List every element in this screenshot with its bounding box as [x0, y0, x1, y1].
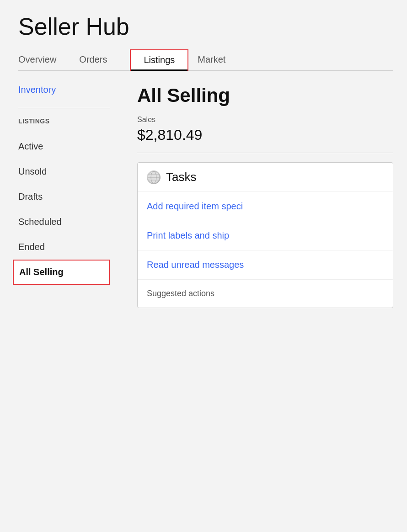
task-item-messages[interactable]: Read unread messages [138, 250, 393, 280]
tasks-header: Tasks [138, 163, 393, 192]
sidebar-item-all-selling[interactable]: All Selling [13, 260, 110, 285]
globe-icon [147, 170, 161, 184]
main-section-title: All Selling [137, 85, 393, 106]
content-area: Inventory LISTINGS Active Unsold Drafts … [18, 85, 393, 308]
sidebar-item-ended[interactable]: Ended [18, 234, 110, 260]
sidebar-item-unsold[interactable]: Unsold [18, 159, 110, 184]
nav-item-market[interactable]: Market [198, 49, 239, 70]
page-wrapper: Seller Hub Overview Orders Listings Mark… [0, 0, 407, 532]
nav-item-overview[interactable]: Overview [18, 49, 70, 70]
sales-value: $2,810.49 [137, 127, 393, 153]
task-item-print-ship[interactable]: Print labels and ship [138, 221, 393, 250]
sales-label: Sales [137, 116, 393, 124]
sidebar-item-drafts[interactable]: Drafts [18, 184, 110, 209]
sidebar-item-active[interactable]: Active [18, 134, 110, 159]
nav-item-orders[interactable]: Orders [79, 49, 121, 70]
nav-item-listings[interactable]: Listings [130, 49, 188, 71]
sidebar: Inventory LISTINGS Active Unsold Drafts … [18, 85, 119, 308]
tasks-title: Tasks [166, 170, 196, 184]
page-title: Seller Hub [18, 14, 393, 40]
sidebar-item-scheduled[interactable]: Scheduled [18, 209, 110, 234]
top-nav: Overview Orders Listings Market [18, 49, 393, 71]
sidebar-inventory[interactable]: Inventory [18, 85, 110, 104]
main-content: All Selling Sales $2,810.49 Ta [119, 85, 393, 308]
sidebar-listings-label: LISTINGS [18, 117, 110, 125]
tasks-card: Tasks Add required item speci Print labe… [137, 162, 393, 308]
task-item-suggested[interactable]: Suggested actions [138, 280, 393, 308]
task-item-add-specs[interactable]: Add required item speci [138, 192, 393, 221]
sidebar-divider [18, 108, 110, 108]
